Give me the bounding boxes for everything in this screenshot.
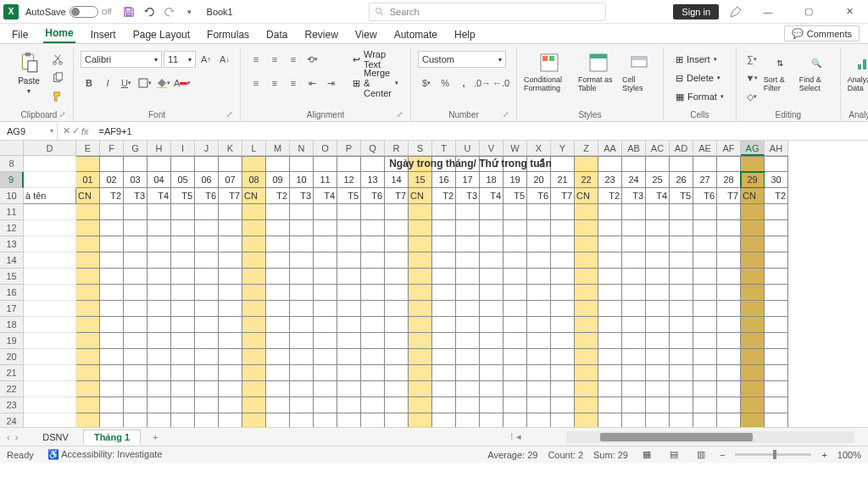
cell-Z17[interactable] [575,301,598,317]
cell-P16[interactable] [337,285,361,301]
cell-I9[interactable]: 05 [171,172,195,188]
cell-L12[interactable] [242,220,266,236]
cell-T19[interactable] [432,333,456,349]
number-format-combo[interactable]: Custom▾ [418,51,506,68]
cell-X24[interactable] [527,413,551,427]
cell-O22[interactable] [314,381,337,397]
cell-L9[interactable]: 08 [242,172,266,188]
cell-G16[interactable] [124,285,147,301]
cell-X10[interactable]: T6 [527,188,551,204]
cell-J18[interactable] [195,317,219,333]
cell-Y15[interactable] [551,269,575,285]
cell-P15[interactable] [337,269,361,285]
font-color-button[interactable]: A▾ [174,75,191,92]
tab-help[interactable]: Help [453,26,477,43]
cell-D14[interactable] [24,252,76,269]
cell-AD17[interactable] [670,301,693,317]
tab-file[interactable]: File [10,26,30,43]
col-header-L[interactable]: L [242,141,266,156]
cell-E23[interactable] [76,397,100,413]
cell-K8[interactable] [219,156,242,172]
cell-O23[interactable] [314,397,337,413]
copy-button[interactable] [49,69,66,86]
cell-AE11[interactable] [693,204,717,220]
cell-S22[interactable] [409,381,432,397]
cell-AD9[interactable]: 26 [670,172,693,188]
cell-AF20[interactable] [717,349,741,365]
cell-W12[interactable] [504,220,527,236]
col-header-M[interactable]: M [266,141,290,156]
cell-AG24[interactable] [741,413,765,427]
cell-Q8[interactable] [361,156,385,172]
cell-N23[interactable] [290,397,314,413]
cell-AB21[interactable] [622,365,646,381]
cell-E10[interactable]: CN [76,188,100,204]
cell-Y24[interactable] [551,413,575,427]
col-header-W[interactable]: W [504,141,527,156]
align-middle-button[interactable]: ≡ [266,51,283,68]
cell-AB10[interactable]: T3 [622,188,646,204]
cell-U23[interactable] [456,397,480,413]
cell-D12[interactable] [24,220,76,236]
col-header-R[interactable]: R [385,141,409,156]
cell-U22[interactable] [456,381,480,397]
cell-AC9[interactable]: 25 [646,172,670,188]
autosave-toggle[interactable]: AutoSave Off [25,6,112,18]
cell-S19[interactable] [409,333,432,349]
col-header-J[interactable]: J [195,141,219,156]
cell-E18[interactable] [76,317,100,333]
cell-S9[interactable]: 15 [409,172,432,188]
cell-AA11[interactable] [598,204,622,220]
cell-AE12[interactable] [693,220,717,236]
cell-V23[interactable] [480,397,504,413]
cell-F12[interactable] [100,220,124,236]
cell-J13[interactable] [195,236,219,252]
cell-R20[interactable] [385,349,409,365]
cell-Z14[interactable] [575,252,598,269]
cell-H11[interactable] [147,204,171,220]
redo-icon[interactable] [163,5,176,19]
cell-O19[interactable] [314,333,337,349]
row-header-20[interactable]: 20 [0,349,24,365]
cell-V12[interactable] [480,220,504,236]
col-header-AG[interactable]: AG [741,141,765,156]
cell-W19[interactable] [504,333,527,349]
cell-T18[interactable] [432,317,456,333]
row-header-16[interactable]: 16 [0,285,24,301]
row-header-14[interactable]: 14 [0,252,24,269]
tab-home[interactable]: Home [43,25,75,43]
cell-W22[interactable] [504,381,527,397]
cell-K20[interactable] [219,349,242,365]
cell-Y23[interactable] [551,397,575,413]
cell-R24[interactable] [385,413,409,427]
cell-R13[interactable] [385,236,409,252]
cell-Q14[interactable] [361,252,385,269]
cell-AF23[interactable] [717,397,741,413]
col-header-AE[interactable]: AE [693,141,717,156]
col-header-Z[interactable]: Z [575,141,598,156]
maximize-button[interactable]: ▢ [793,2,824,22]
cell-M19[interactable] [266,333,290,349]
clear-button[interactable]: ◇▾ [743,88,760,105]
cell-H13[interactable] [147,236,171,252]
cell-AG13[interactable] [741,236,765,252]
find-select-button[interactable]: 🔍Find & Select [799,51,833,93]
cell-AB12[interactable] [622,220,646,236]
cell-H8[interactable] [147,156,171,172]
cell-H24[interactable] [147,413,171,427]
dialog-launcher-icon[interactable]: ⤢ [59,110,66,119]
cell-E22[interactable] [76,381,100,397]
close-button[interactable]: ✕ [834,2,865,22]
cell-K11[interactable] [219,204,242,220]
cell-Y10[interactable]: T7 [551,188,575,204]
cell-AG19[interactable] [741,333,765,349]
cell-AC10[interactable]: T4 [646,188,670,204]
cell-X20[interactable] [527,349,551,365]
cell-F18[interactable] [100,317,124,333]
cell-N21[interactable] [290,365,314,381]
cell-AB17[interactable] [622,301,646,317]
cell-G17[interactable] [124,301,147,317]
cell-O21[interactable] [314,365,337,381]
row-header-17[interactable]: 17 [0,301,24,317]
cell-AD19[interactable] [670,333,693,349]
